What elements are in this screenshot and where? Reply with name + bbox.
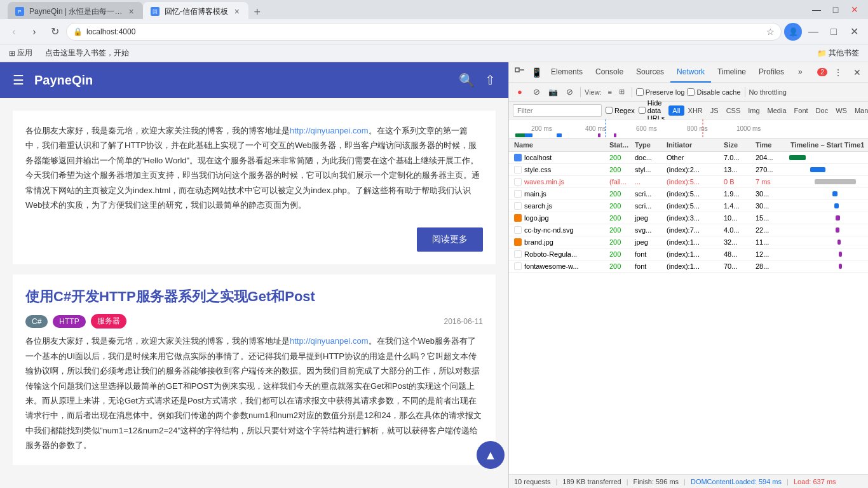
row-timeline [789, 202, 864, 210]
clear-button[interactable]: ⊘ [529, 85, 543, 99]
filter-js[interactable]: JS [707, 105, 722, 116]
disable-cache-input[interactable] [687, 88, 695, 96]
regex-checkbox[interactable]: Regex [606, 107, 635, 114]
filter-font[interactable]: Font [790, 105, 812, 116]
tab-2[interactable]: 回 回忆-信佰博客模板 × [143, 2, 248, 21]
hide-data-urls-input[interactable] [639, 107, 646, 114]
row-timeline [789, 238, 864, 246]
tab-network[interactable]: Network [670, 62, 711, 83]
read-more-button[interactable]: 阅读更多 [417, 227, 483, 252]
minimize-button[interactable]: — [808, 1, 825, 18]
grid-view-icon[interactable]: ⊞ [616, 86, 628, 98]
close-win-button[interactable]: ✕ [845, 23, 863, 41]
filter-media[interactable]: Media [764, 105, 790, 116]
tab-1-close[interactable]: × [127, 6, 135, 17]
tab-profiles[interactable]: Profiles [752, 62, 790, 83]
row-time: 11... [754, 238, 789, 247]
timeline-col-sort[interactable]: 1.00 s ↕ [860, 141, 864, 149]
close-button[interactable]: ✕ [846, 1, 863, 18]
row-type: scri... [634, 189, 665, 198]
forward-button[interactable]: › [25, 23, 43, 41]
tab-1-favicon: P [15, 7, 24, 16]
tab-2-close[interactable]: × [233, 6, 241, 17]
table-row[interactable]: localhost 200 doc... Other 7.0... 204... [509, 152, 868, 164]
bookmark-import[interactable]: 点击这里导入书签，开始 [41, 46, 133, 60]
tag-cs[interactable]: C# [25, 315, 48, 328]
row-initiator: (index):1... [665, 262, 722, 271]
timeline-bar-fill [832, 191, 837, 196]
finish-time: Finish: 596 ms [634, 478, 679, 485]
table-row[interactable]: fontawesome-w... 200 font (index):1... 7… [509, 261, 868, 273]
devtools-close-icon[interactable]: ✕ [849, 64, 865, 81]
tag-server[interactable]: 服务器 [91, 314, 126, 329]
svg-rect-9 [557, 133, 562, 137]
row-status: 200 [608, 238, 634, 247]
article-1-link[interactable]: http://qinyuanpei.com [290, 126, 369, 135]
dom-content-loaded: DOMContentLoaded: 594 ms [691, 478, 782, 485]
view-icons: ≡ ⊞ [604, 86, 628, 98]
menu-hamburger-icon[interactable]: ☰ [13, 72, 24, 88]
tab-1[interactable]: P PayneQin | 永恒是由每一… × [8, 2, 143, 21]
back-button[interactable]: ‹ [5, 23, 23, 41]
filter-img[interactable]: Img [744, 105, 763, 116]
row-name-text: cc-by-nc-nd.svg [524, 226, 574, 234]
record-button[interactable]: ● [513, 85, 527, 99]
row-status: 200 [608, 262, 634, 271]
minimize-win-button[interactable]: — [804, 23, 822, 41]
filter-icon[interactable]: ⊘ [562, 85, 576, 99]
disable-cache-checkbox[interactable]: Disable cache [687, 88, 740, 96]
preserve-log-checkbox[interactable]: Preserve log [636, 88, 685, 96]
tab-console[interactable]: Console [589, 62, 630, 83]
share-icon[interactable]: ⇧ [485, 72, 496, 88]
tab-timeline[interactable]: Timeline [711, 62, 752, 83]
filter-input[interactable] [513, 104, 602, 117]
inspect-element-icon[interactable] [512, 64, 528, 81]
hide-data-urls-checkbox[interactable]: Hide data URLs [639, 99, 665, 122]
bookmark-apps[interactable]: ⊞ 应用 [5, 46, 36, 60]
new-tab-button[interactable]: + [248, 3, 266, 21]
tab-elements[interactable]: Elements [545, 62, 589, 83]
address-bar[interactable]: 🔒 localhost:4000 ☆ [66, 23, 782, 41]
scroll-to-top-button[interactable]: ▲ [477, 441, 505, 469]
article-1: 各位朋友大家好，我是秦元培，欢迎大家关注我的博客，我的博客地址是http://q… [13, 111, 496, 264]
regex-input[interactable] [606, 107, 613, 114]
table-row[interactable]: style.css 200 styl... (index):2... 13...… [509, 164, 868, 176]
filter-ws[interactable]: WS [832, 105, 851, 116]
table-row[interactable]: waves.min.js (fail... ... (index):5... 0… [509, 176, 868, 188]
maximize-win-button[interactable]: □ [825, 23, 843, 41]
reload-button[interactable]: ↻ [46, 23, 64, 41]
timeline-bar-fill [815, 179, 856, 184]
tab-sources[interactable]: Sources [630, 62, 670, 83]
table-row[interactable]: Roboto-Regula... 200 font (index):1... 4… [509, 248, 868, 261]
article-2-link[interactable]: http://qinyuanpei.com [290, 336, 369, 346]
row-name: localhost [513, 153, 608, 162]
bookmark-other[interactable]: 📁 其他书签 [813, 46, 863, 60]
bookmark-star-icon[interactable]: ☆ [766, 27, 775, 37]
maximize-button[interactable]: □ [827, 1, 844, 18]
filter-doc[interactable]: Doc [812, 105, 832, 116]
table-row[interactable]: logo.jpg 200 jpeg (index):3... 10... 15.… [509, 212, 868, 224]
tag-http[interactable]: HTTP [53, 315, 85, 328]
table-row[interactable]: main.js 200 scri... (index):5... 1.9... … [509, 188, 868, 200]
search-icon[interactable]: 🔍 [459, 72, 475, 88]
throttling-selector[interactable]: No throttling [749, 88, 787, 96]
filter-manifest[interactable]: Manifest [851, 105, 868, 116]
bookmark-other-label: 其他书签 [829, 48, 859, 58]
row-timeline [789, 178, 864, 186]
devtools-menu-icon[interactable]: ⋮ [830, 64, 846, 81]
preserve-log-input[interactable] [636, 88, 644, 96]
filter-xhr[interactable]: XHR [684, 105, 707, 116]
list-view-icon[interactable]: ≡ [604, 86, 616, 98]
table-row[interactable]: brand.jpg 200 jpeg (index):1... 32... 11… [509, 236, 868, 248]
table-row[interactable]: search.js 200 scri... (index):5... 1.4..… [509, 200, 868, 212]
row-initiator: (index):5... [665, 189, 722, 198]
screenshot-button[interactable]: 📷 [546, 85, 560, 99]
col-size: Size [722, 140, 754, 149]
filter-all[interactable]: All [668, 105, 684, 116]
profile-button[interactable]: 👤 [784, 23, 802, 41]
filter-css[interactable]: CSS [722, 105, 745, 116]
row-status: (fail... [608, 177, 634, 186]
more-tabs-button[interactable]: » [792, 62, 809, 83]
device-toolbar-icon[interactable]: 📱 [528, 64, 545, 81]
table-row[interactable]: cc-by-nc-nd.svg 200 svg... (index):7... … [509, 224, 868, 236]
